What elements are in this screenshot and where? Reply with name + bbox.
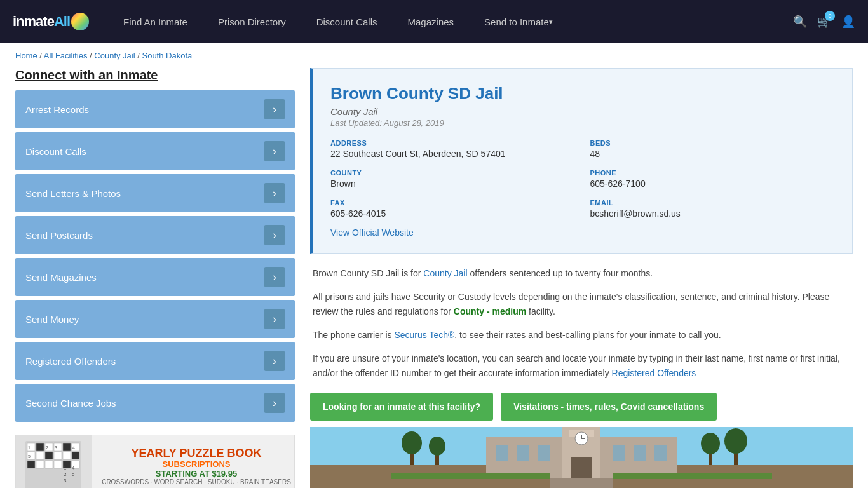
desc-p2-before: All prisons and jails have Security or C… [313,292,829,316]
description-para2: All prisons and jails have Security or C… [313,290,850,319]
svg-point-32 [402,431,422,454]
svg-rect-11 [63,452,71,459]
sidebar-item-label: Registered Offenders [25,356,116,367]
svg-rect-16 [54,461,62,468]
svg-point-49 [701,433,720,454]
chevron-right-icon: › [264,141,285,161]
svg-text:5: 5 [72,471,75,477]
visitations-button[interactable]: Visitations - times, rules, Covid cancel… [501,393,717,421]
fax-label: FAX [330,199,575,207]
svg-text:4: 4 [72,445,75,450]
cart-button[interactable]: 🛒 0 [817,15,831,29]
svg-rect-5 [63,443,71,451]
main-container: Connect with an Inmate Arrest Records › … [0,68,868,488]
ad-puzzle-graphic: 1 2 3 4 5 1 2 3 4 5 [16,435,92,488]
action-buttons: Looking for an inmate at this facility? … [310,393,853,421]
account-button[interactable]: 👤 [841,15,855,29]
county-value: Brown [330,179,575,189]
beds-label: BEDS [590,139,835,147]
description-para4: If you are unsure of your inmate's locat… [313,351,850,381]
desc-p3-after: , to see their rates and best-calling pl… [454,330,721,340]
facility-name: Brown County SD Jail [330,84,834,104]
chevron-right-icon: › [264,267,285,287]
svg-rect-14 [36,461,44,468]
sidebar-item-send-magazines[interactable]: Send Magazines › [15,258,295,296]
svg-point-34 [429,437,445,456]
county-label: COUNTY [330,169,575,177]
sidebar-item-label: Send Magazines [25,272,97,283]
view-website-link[interactable]: View Official Website [330,227,414,238]
nav-prison-directory[interactable]: Prison Directory [203,0,301,43]
sidebar-item-registered-offenders[interactable]: Registered Offenders › [15,342,295,380]
sidebar-title: Connect with an Inmate [15,68,295,83]
sidebar-item-discount-calls[interactable]: Discount Calls › [15,132,295,170]
logo-all: All [54,13,70,29]
svg-rect-42 [517,445,529,461]
beds-field: BEDS 48 [590,139,835,159]
county-jail-link[interactable]: County Jail [423,268,467,278]
facility-card: Brown County SD Jail County Jail Last Up… [310,68,853,254]
chevron-right-icon: › [264,99,285,119]
svg-rect-13 [27,461,35,468]
sidebar-item-second-chance-jobs[interactable]: Second Chance Jobs › [15,384,295,422]
facility-type: County Jail [330,106,834,117]
address-label: ADDRESS [330,139,575,147]
registered-offenders-link[interactable]: Registered Offenders [612,368,696,378]
breadcrumb-county-jail[interactable]: County Jail [94,51,135,60]
svg-text:3: 3 [55,445,57,450]
nav-icons: 🔍 🛒 0 👤 [793,15,855,29]
svg-text:2: 2 [64,471,67,477]
sidebar-item-label: Send Money [25,314,79,325]
sidebar-ad[interactable]: 1 2 3 4 5 1 2 3 4 5 YEARLY PUZZLE BOOK S… [15,435,295,488]
desc-p1-before: Brown County SD Jail is for [313,268,423,278]
address-field: ADDRESS 22 Southeast Court St, Aberdeen,… [330,139,575,159]
sidebar-item-send-money[interactable]: Send Money › [15,300,295,338]
logo-icon [71,13,89,30]
svg-rect-47 [571,458,592,478]
breadcrumb: Home / All Facilities / County Jail / So… [0,43,868,68]
nav-discount-calls[interactable]: Discount Calls [301,0,393,43]
sidebar-item-arrest-records[interactable]: Arrest Records › [15,90,295,128]
breadcrumb-state[interactable]: South Dakota [142,51,192,60]
nav-find-inmate[interactable]: Find An Inmate [108,0,203,43]
svg-rect-43 [538,445,550,461]
county-medium-link[interactable]: County - medium [454,306,526,316]
breadcrumb-home[interactable]: Home [15,51,37,60]
ad-text: YEARLY PUZZLE BOOK SUBSCRIPTIONS STARTIN… [98,447,294,486]
nav-magazines[interactable]: Magazines [393,0,470,43]
securus-link[interactable]: Securus Tech® [394,330,454,340]
desc-p3-before: The phone carrier is [313,330,394,340]
chevron-right-icon: › [264,351,285,371]
content-area: Brown County SD Jail County Jail Last Up… [310,68,853,488]
nav-links: Find An Inmate Prison Directory Discount… [108,0,793,43]
svg-rect-2 [36,443,44,451]
svg-rect-52 [550,478,613,488]
sidebar-item-send-postcards[interactable]: Send Postcards › [15,216,295,254]
phone-value: 605-626-7100 [590,179,835,189]
sidebar-item-label: Arrest Records [25,104,89,115]
facility-updated: Last Updated: August 28, 2019 [330,118,834,128]
svg-point-51 [724,428,747,454]
svg-rect-12 [72,452,79,459]
breadcrumb-all-facilities[interactable]: All Facilities [44,51,88,60]
svg-text:5: 5 [28,454,31,459]
email-label: EMAIL [590,199,835,207]
ad-desc: CROSSWORDS · WORD SEARCH · SUDOKU · BRAI… [98,478,294,485]
building-image [310,427,853,488]
fax-value: 605-626-4015 [330,208,575,219]
svg-rect-41 [496,445,508,461]
find-inmate-button[interactable]: Looking for an inmate at this facility? [310,393,493,421]
svg-text:1: 1 [64,465,67,471]
phone-label: PHONE [590,169,835,177]
address-value: 22 Southeast Court St, Aberdeen, SD 5740… [330,149,575,159]
logo[interactable]: inmateAll [13,13,89,30]
nav-send-to-inmate[interactable]: Send to Inmate [469,0,568,43]
sidebar-item-label: Send Postcards [25,230,93,241]
ad-title: YEARLY PUZZLE BOOK [98,447,294,460]
chevron-right-icon: › [264,393,285,413]
sidebar-item-send-letters[interactable]: Send Letters & Photos › [15,174,295,212]
ad-subtitle: SUBSCRIPTIONS [98,459,294,469]
info-grid: ADDRESS 22 Southeast Court St, Aberdeen,… [330,139,834,219]
desc-p2-after: facility. [526,306,555,316]
search-button[interactable]: 🔍 [793,15,807,29]
